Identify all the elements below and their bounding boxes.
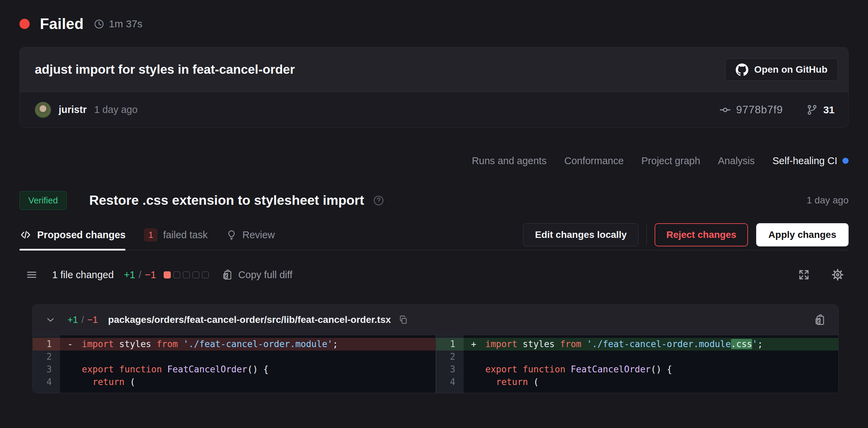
- diff-card: +1 / −1 packages/orders/feat-cancel-orde…: [32, 304, 839, 393]
- nav: Runs and agents Conformance Project grap…: [19, 153, 849, 169]
- diff-pane-before: 1-import styles from './feat-cancel-orde…: [33, 335, 436, 393]
- edit-changes-locally-button[interactable]: Edit changes locally: [523, 223, 639, 246]
- github-icon: [736, 63, 748, 76]
- gear-icon[interactable]: [831, 268, 844, 281]
- line-number: 1: [33, 338, 60, 351]
- copy-full-diff-label: Copy full diff: [238, 269, 293, 281]
- diff-toolbar: 1 file changed +1 / −1 Copy full diff: [19, 265, 849, 285]
- git-commit-icon: [719, 104, 731, 116]
- chevron-down-icon[interactable]: [45, 314, 56, 325]
- verified-badge: Verified: [19, 191, 67, 210]
- copy-icon[interactable]: [399, 315, 408, 325]
- status-dot-icon: [19, 19, 30, 29]
- github-button-label: Open on GitHub: [754, 64, 827, 75]
- code-text: export function FeatCancelOrder() {: [60, 363, 436, 376]
- nav-item-self-healing-ci[interactable]: Self-healing CI: [773, 155, 849, 167]
- lightbulb-icon: [226, 229, 237, 240]
- diff-squares: [164, 271, 209, 279]
- copy-full-diff-button[interactable]: Copy full diff: [222, 269, 293, 281]
- commit-title: adjust import for styles in feat-cancel-…: [35, 62, 295, 77]
- status-duration: 1m 37s: [109, 18, 142, 30]
- tab-proposed-changes[interactable]: Proposed changes: [19, 220, 125, 250]
- diff-line: 1-import styles from './feat-cancel-orde…: [33, 338, 436, 351]
- line-number: 4: [436, 376, 464, 388]
- tab-label: Proposed changes: [37, 229, 125, 241]
- fix-time: 1 day ago: [807, 195, 849, 206]
- diff-line: 4 return (: [436, 376, 839, 388]
- tab-label: failed task: [163, 229, 208, 241]
- line-number: 4: [33, 376, 60, 388]
- line-number: 3: [33, 363, 60, 376]
- code-icon: [19, 229, 32, 241]
- tab-review[interactable]: Review: [226, 220, 275, 250]
- open-on-github-button[interactable]: Open on GitHub: [725, 58, 838, 81]
- commit-card: adjust import for styles in feat-cancel-…: [19, 47, 849, 128]
- diff-square: [192, 271, 199, 279]
- commit-hash: 9778b7f9: [736, 104, 783, 116]
- status-label: Failed: [40, 15, 84, 32]
- branch-count-group[interactable]: 31: [806, 104, 835, 116]
- deletions-count: −1: [145, 269, 156, 281]
- tab-failed-task[interactable]: 1 failed task: [144, 220, 207, 250]
- nav-item-conformance[interactable]: Conformance: [564, 155, 624, 167]
- diff-square: [173, 271, 180, 279]
- help-icon[interactable]: [373, 195, 384, 206]
- diff-line: 2: [33, 351, 436, 363]
- commit-card-meta: juristr 1 day ago 9778b7f9 31: [20, 92, 848, 127]
- tab-label: Review: [242, 229, 275, 241]
- diff-line: 2: [436, 351, 839, 363]
- commit-time: 1 day ago: [94, 104, 137, 115]
- diff-pane-after: 1+import styles from './feat-cancel-orde…: [436, 335, 839, 393]
- code-text: export function FeatCancelOrder() {: [464, 363, 839, 376]
- line-number: 2: [33, 351, 60, 363]
- commit-hash-group[interactable]: 9778b7f9: [719, 104, 783, 116]
- nav-active-dot-icon: [842, 158, 849, 164]
- file-path: packages/orders/feat-cancel-order/src/li…: [108, 314, 391, 325]
- status-row: Failed 1m 37s: [19, 15, 849, 33]
- diff-body: 1-import styles from './feat-cancel-orde…: [33, 335, 838, 393]
- nav-item-analysis[interactable]: Analysis: [718, 155, 755, 167]
- code-text: return (: [464, 376, 839, 388]
- diff-line: 3export function FeatCancelOrder() {: [33, 363, 436, 376]
- clipboard-icon[interactable]: [814, 314, 826, 326]
- diff-square: [183, 271, 190, 279]
- nav-item-project-graph[interactable]: Project graph: [641, 155, 700, 167]
- page: Failed 1m 37s adjust import for styles i…: [0, 15, 868, 428]
- clipboard-icon: [222, 269, 233, 281]
- diff-square: [164, 271, 171, 279]
- apply-changes-button[interactable]: Apply changes: [756, 223, 849, 246]
- diff-square: [202, 271, 209, 279]
- diff-delta: +1 / −1: [124, 269, 156, 281]
- branch-count: 31: [823, 104, 835, 116]
- diff-line: 1+import styles from './feat-cancel-orde…: [436, 338, 839, 351]
- line-number: 2: [436, 351, 464, 363]
- diff-line: 3export function FeatCancelOrder() {: [436, 363, 839, 376]
- additions-count: +1: [124, 269, 135, 281]
- reject-changes-button[interactable]: Reject changes: [655, 223, 748, 246]
- avatar: [35, 102, 51, 118]
- clock-icon: [94, 19, 104, 29]
- diff-file-header: +1 / −1 packages/orders/feat-cancel-orde…: [33, 305, 838, 335]
- code-text: -import styles from './feat-cancel-order…: [60, 338, 436, 351]
- line-number: 3: [436, 363, 464, 376]
- files-changed-label: 1 file changed: [52, 269, 114, 281]
- menu-icon[interactable]: [26, 269, 38, 281]
- code-text: +import styles from './feat-cancel-order…: [464, 338, 839, 351]
- failed-count-badge: 1: [144, 228, 158, 242]
- commit-author: juristr: [59, 104, 87, 115]
- code-text: [60, 351, 436, 363]
- diff-line: 4 return (: [33, 376, 436, 388]
- nav-item-runs-and-agents[interactable]: Runs and agents: [472, 155, 547, 167]
- fix-title: Restore .css extension to stylesheet imp…: [89, 193, 364, 208]
- code-text: return (: [60, 376, 436, 388]
- fix-header: Verified Restore .css extension to style…: [19, 189, 849, 212]
- git-branch-icon: [806, 104, 818, 116]
- nav-item-label: Self-healing CI: [773, 155, 837, 167]
- tabs-row: Proposed changes 1 failed task Review Ed…: [19, 220, 849, 251]
- button-divider: [646, 225, 647, 245]
- duration-wrap: 1m 37s: [94, 18, 142, 30]
- line-number: 1: [436, 338, 464, 351]
- expand-icon[interactable]: [798, 269, 810, 281]
- file-delta: +1 / −1: [68, 315, 98, 325]
- commit-card-header: adjust import for styles in feat-cancel-…: [20, 47, 848, 92]
